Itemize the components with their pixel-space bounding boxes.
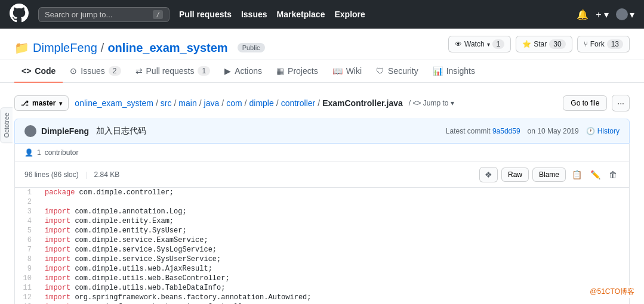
wiki-icon: 📖 [332,66,343,76]
commit-bar: DimpleFeng 加入日志代码 Latest commit 9a5dd59 … [14,119,630,144]
commit-date: on 10 May 2019 [528,127,579,135]
copy-button[interactable]: 📋 [569,167,584,182]
tab-pullrequests[interactable]: ⇄ Pull requests 1 [128,60,218,83]
line-code: import org.springframework.beans.factory… [39,293,629,302]
commit-hash-link[interactable]: 9a5dd59 [492,127,520,135]
line-number[interactable]: 10 [15,274,39,283]
issues-badge: 2 [109,66,121,76]
fold-icon[interactable]: ❖ [479,167,498,182]
watermark: @51CTO博客 [586,286,638,298]
repo-owner-link[interactable]: DimpleFeng [33,41,97,55]
line-code: import com.dimple.utils.web.BaseControll… [39,274,629,283]
table-row: 12import org.springframework.beans.facto… [15,293,629,302]
line-code [39,197,629,207]
repo-visibility-badge: Public [238,43,265,52]
file-btn-group: ❖ Raw Blame 📋 ✏️ 🗑 [479,167,620,182]
breadcrumb-java[interactable]: java [204,98,220,108]
file-sloc: 86 [54,170,61,179]
star-icon: ⭐ [522,40,531,48]
tab-insights[interactable]: 📊 Insights [426,60,482,83]
breadcrumb: online_exam_system / src / main / java /… [75,98,454,108]
breadcrumb-main[interactable]: main [178,98,196,108]
octotree-panel[interactable]: Octotree [0,107,13,143]
raw-button[interactable]: Raw [501,167,529,182]
breadcrumb-controller[interactable]: controller [281,98,316,108]
fork-label: Fork [590,40,605,48]
tab-projects[interactable]: ▦ Projects [269,60,325,83]
pull-requests-link[interactable]: Pull requests [179,10,232,19]
explore-link[interactable]: Explore [334,10,365,19]
go-to-file-button[interactable]: Go to file [563,95,607,111]
breadcrumb-com[interactable]: com [226,98,242,108]
line-number[interactable]: 7 [15,245,39,255]
tab-security[interactable]: 🛡 Security [369,60,426,83]
watch-button[interactable]: 👁 Watch ▾ 1 [448,36,511,52]
issues-icon: ⊙ [70,66,77,76]
tab-issues[interactable]: ⊙ Issues 2 [63,60,128,83]
commit-message: 加入日志代码 [96,126,146,137]
tab-actions[interactable]: ▶ Actions [217,60,269,83]
line-code: package com.dimple.controller; [39,188,629,197]
branch-selector[interactable]: ⎇ master ▾ [14,95,69,111]
fork-count: 13 [607,39,623,49]
edit-button[interactable]: ✏️ [588,167,603,182]
fork-button[interactable]: ⑂ Fork 13 [577,36,630,52]
breadcrumb-src[interactable]: src [161,98,172,108]
marketplace-link[interactable]: Marketplace [277,10,325,19]
issues-link[interactable]: Issues [241,10,267,19]
history-link[interactable]: 🕐 History [586,127,620,135]
new-item-button[interactable]: + ▾ [596,9,609,20]
search-kbd: / [153,10,163,19]
star-label: Star [534,40,547,48]
jump-to-trigger[interactable]: / <> Jump to ▾ [409,99,454,107]
contributors-icon: 👤 [24,148,33,157]
contributors-label: contributor [45,148,79,157]
file-lines-label: lines [35,170,50,179]
github-logo-icon[interactable] [10,4,29,25]
repo-title: 📁 DimpleFeng / online_exam_system [14,41,228,55]
search-bar[interactable]: Search or jump to... / [38,7,170,22]
blame-button[interactable]: Blame [532,167,566,182]
line-number[interactable]: 12 [15,293,39,302]
repo-actions: 👁 Watch ▾ 1 ⭐ Star 30 ⑂ Fork 13 [448,36,630,52]
branch-label: master [32,99,56,107]
line-number[interactable]: 5 [15,226,39,235]
user-menu-button[interactable]: ▾ [616,8,634,20]
line-code: import com.dimple.entity.Exam; [39,216,629,226]
file-info-bar: 96 lines (86 sloc) | 2.84 KB ❖ Raw Blame… [14,162,630,188]
insights-icon: 📊 [433,66,443,76]
repo-name-link[interactable]: online_exam_system [107,41,227,55]
search-placeholder: Search or jump to... [45,10,112,19]
line-number[interactable]: 8 [15,255,39,264]
line-number[interactable]: 6 [15,235,39,245]
repo-tabs: <> Code ⊙ Issues 2 ⇄ Pull requests 1 ▶ A… [0,60,644,83]
code-table: 1package com.dimple.controller;23import … [15,188,629,304]
line-number[interactable]: 1 [15,188,39,197]
table-row: 9import com.dimple.utils.web.AjaxResult; [15,264,629,274]
line-number[interactable]: 9 [15,264,39,274]
breadcrumb-dimple[interactable]: dimple [249,98,274,108]
breadcrumb-root[interactable]: online_exam_system [75,98,153,108]
file-actions: Go to file ··· [563,95,630,111]
star-count: 30 [549,39,565,49]
nav-links: Pull requests Issues Marketplace Explore [179,10,365,19]
line-code: import com.dimple.utils.web.AjaxResult; [39,264,629,274]
notifications-button[interactable]: 🔔 [577,9,588,20]
octotree-label: Octotree [3,113,10,138]
author-name[interactable]: DimpleFeng [41,126,89,136]
security-icon: 🛡 [376,66,384,76]
more-options-button[interactable]: ··· [612,95,630,111]
repo-icon: 📁 [14,41,29,55]
line-number[interactable]: 2 [15,197,39,207]
line-number[interactable]: 11 [15,283,39,293]
star-button[interactable]: ⭐ Star 30 [516,36,572,52]
line-number[interactable]: 3 [15,207,39,216]
line-number[interactable]: 4 [15,216,39,226]
file-lines: 96 [24,170,32,179]
file-stats: 96 lines (86 sloc) | 2.84 KB [24,170,119,179]
watch-label: Watch [464,40,485,48]
author-avatar [24,125,36,137]
tab-code[interactable]: <> Code [14,60,63,83]
tab-wiki[interactable]: 📖 Wiki [325,60,369,83]
delete-button[interactable]: 🗑 [606,167,620,182]
